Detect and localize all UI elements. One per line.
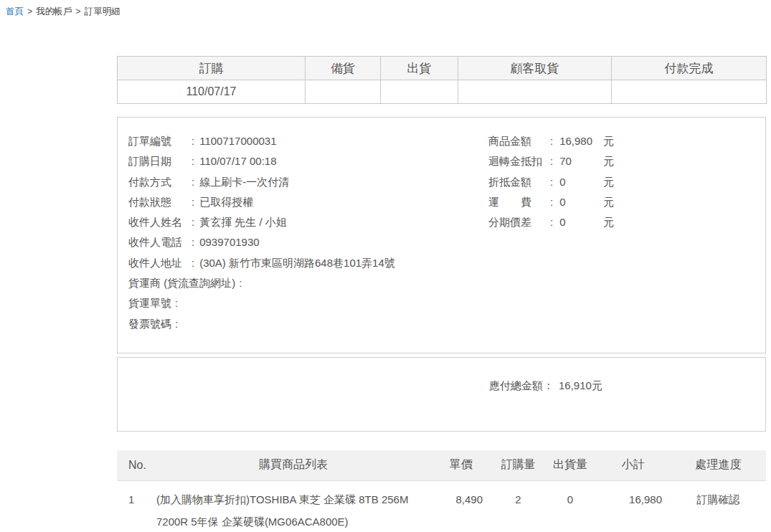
order-info-panel: 訂單編號:1100717000031 訂購日期:110/07/17 00:18 … <box>117 117 766 353</box>
tracking-number-label: 貨運單號 <box>128 293 171 313</box>
product-header-row: No. 購買商品列表 單價 訂購量 出貨量 小計 處理進度 <box>117 450 766 480</box>
info-row-payment-method: 付款方式:線上刷卡-一次付清 <box>128 172 765 192</box>
invoice-number-label: 發票號碼 <box>128 314 171 334</box>
discount-amount-label: 折抵金額 <box>488 172 550 192</box>
info-row-shipping-fee: 運 費:0元 <box>488 192 614 212</box>
status-ship-date <box>381 80 458 104</box>
total-due-value: 16,910元 <box>559 379 602 391</box>
product-subtotal: 16,980 <box>595 480 671 532</box>
product-col-order-qty: 訂購量 <box>491 450 545 480</box>
info-row-tracking-number: 貨運單號: <box>128 293 765 313</box>
order-info-right-column: 商品金額:16,980元 迴轉金抵扣:70元 折抵金額:0元 運 費:0元 分期… <box>488 131 614 232</box>
status-col-payment-complete: 付款完成 <box>612 57 767 80</box>
product-col-name: 購買商品列表 <box>156 450 430 480</box>
recipient-address-value: (30A) 新竹市東區明湖路648巷101弄14號 <box>199 257 395 269</box>
rebate-deduction-unit: 元 <box>603 155 614 167</box>
breadcrumb: 首頁>我的帳戶>訂單明細 <box>6 6 120 18</box>
breadcrumb-separator: > <box>27 6 32 16</box>
product-col-unit-price: 單價 <box>430 450 491 480</box>
rebate-deduction-value: 70 <box>559 151 603 171</box>
order-date-value: 110/07/17 00:18 <box>199 155 276 167</box>
recipient-address-label: 收件人地址 <box>128 253 191 273</box>
product-ship-qty: 0 <box>545 480 595 532</box>
breadcrumb-account-link[interactable]: 我的帳戶 <box>36 6 72 16</box>
info-row-payment-status: 付款狀態:已取得授權 <box>128 192 765 212</box>
recipient-phone-label: 收件人電話 <box>128 232 191 252</box>
info-row-recipient-address: 收件人地址:(30A) 新竹市東區明湖路648巷101弄14號 <box>128 253 765 273</box>
product-order-qty: 2 <box>491 480 545 532</box>
breadcrumb-current: 訂單明細 <box>85 6 120 16</box>
info-row-order-number: 訂單編號:1100717000031 <box>128 131 765 151</box>
total-due-panel: 應付總金額：16,910元 <box>117 357 766 432</box>
product-col-subtotal: 小計 <box>595 450 671 480</box>
product-unit-price: 8,490 <box>430 480 491 532</box>
order-info-left-column: 訂單編號:1100717000031 訂購日期:110/07/17 00:18 … <box>128 131 765 334</box>
order-number-label: 訂單編號 <box>128 131 191 151</box>
status-col-prepare: 備貨 <box>306 57 381 80</box>
info-row-recipient-phone: 收件人電話:0939701930 <box>128 232 765 252</box>
product-amount-unit: 元 <box>603 135 614 147</box>
status-header-row: 訂購 備貨 出貨 顧客取貨 付款完成 <box>118 57 767 80</box>
product-name: (加入購物車享折扣)TOSHIBA 東芝 企業碟 8TB 256M 7200R … <box>156 480 430 532</box>
info-row-product-amount: 商品金額:16,980元 <box>488 131 614 151</box>
shipping-fee-unit: 元 <box>603 196 614 208</box>
product-amount-value: 16,980 <box>559 131 603 151</box>
status-payment-complete-date <box>612 80 767 104</box>
status-order-date: 110/07/17 <box>118 80 306 104</box>
carrier-label: 貨運商 (貨流查詢網址) <box>128 273 235 293</box>
installment-difference-unit: 元 <box>603 216 614 228</box>
product-row: 1 (加入購物車享折扣)TOSHIBA 東芝 企業碟 8TB 256M 7200… <box>117 480 766 532</box>
payment-method-label: 付款方式 <box>128 172 191 192</box>
payment-status-label: 付款狀態 <box>128 192 191 212</box>
rebate-deduction-label: 迴轉金抵扣 <box>488 151 550 171</box>
info-row-carrier: 貨運商 (貨流查詢網址): <box>128 273 765 293</box>
status-col-pickup: 顧客取貨 <box>458 57 612 80</box>
discount-amount-value: 0 <box>559 172 603 192</box>
status-prepare-date <box>306 80 381 104</box>
info-row-discount-amount: 折抵金額:0元 <box>488 172 614 192</box>
installment-difference-label: 分期價差 <box>488 212 550 232</box>
product-col-status: 處理進度 <box>671 450 766 480</box>
recipient-name-value: 黃玄揮 先生 / 小姐 <box>199 216 287 228</box>
order-number-value: 1100717000031 <box>199 135 276 147</box>
info-row-rebate-deduction: 迴轉金抵扣:70元 <box>488 151 614 171</box>
product-amount-label: 商品金額 <box>488 131 550 151</box>
product-col-ship-qty: 出貨量 <box>545 450 595 480</box>
info-row-invoice-number: 發票號碼: <box>128 314 765 334</box>
product-status: 訂購確認 <box>671 480 766 532</box>
total-due-line: 應付總金額：16,910元 <box>489 379 602 393</box>
status-pickup-date <box>458 80 612 104</box>
order-status-table: 訂購 備貨 出貨 顧客取貨 付款完成 110/07/17 <box>117 56 767 104</box>
info-row-installment-difference: 分期價差:0元 <box>488 212 614 232</box>
status-col-ship: 出貨 <box>381 57 458 80</box>
discount-amount-unit: 元 <box>603 176 614 188</box>
recipient-phone-value: 0939701930 <box>199 236 259 248</box>
product-list-table: No. 購買商品列表 單價 訂購量 出貨量 小計 處理進度 1 (加入購物車享折… <box>117 450 766 532</box>
total-due-label: 應付總金額： <box>489 379 554 391</box>
info-row-recipient-name: 收件人姓名:黃玄揮 先生 / 小姐 <box>128 212 765 232</box>
payment-status-value: 已取得授權 <box>199 196 253 208</box>
installment-difference-value: 0 <box>559 212 603 232</box>
recipient-name-label: 收件人姓名 <box>128 212 191 232</box>
shipping-fee-value: 0 <box>559 192 603 212</box>
order-date-label: 訂購日期 <box>128 151 191 171</box>
product-no: 1 <box>117 480 156 532</box>
status-value-row: 110/07/17 <box>118 80 767 104</box>
status-col-order: 訂購 <box>118 57 306 80</box>
breadcrumb-separator: > <box>75 6 80 16</box>
shipping-fee-label: 運 費 <box>488 192 550 212</box>
breadcrumb-home-link[interactable]: 首頁 <box>6 6 24 16</box>
info-row-order-date: 訂購日期:110/07/17 00:18 <box>128 151 765 171</box>
product-col-no: No. <box>117 450 156 480</box>
payment-method-value: 線上刷卡-一次付清 <box>199 176 289 188</box>
